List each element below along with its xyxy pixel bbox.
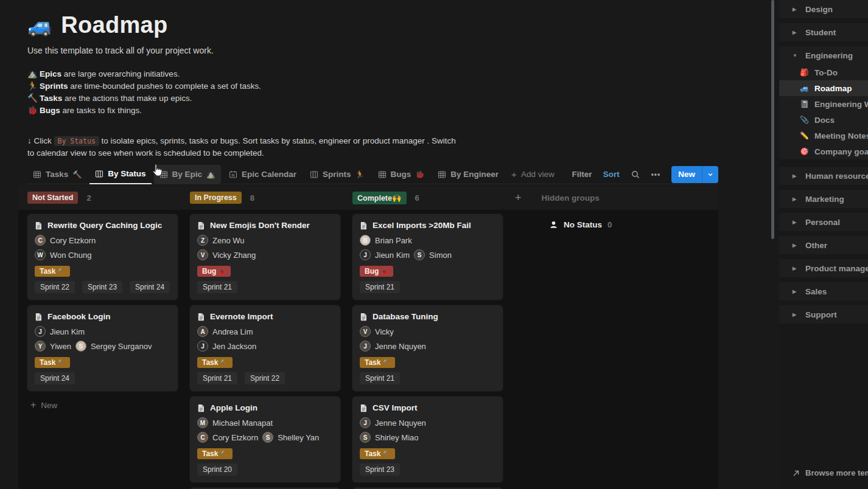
disclosure-triangle-icon[interactable]: ▶ — [793, 243, 799, 248]
sort-button[interactable]: Sort — [603, 170, 620, 179]
tag-badge-bug[interactable]: Bug🐞 — [197, 266, 231, 277]
card[interactable]: Rewrite Query Caching LogicCCory Etzkorn… — [27, 214, 178, 300]
assignee-name: Jen Jackson — [212, 342, 256, 351]
assignee-name: Zeno Wu — [212, 236, 245, 245]
tag-row: Task🔨 — [197, 448, 333, 459]
new-button-label[interactable]: New — [671, 170, 702, 179]
sidebar-section-engineering[interactable]: ▼Engineering — [779, 46, 868, 64]
sprint-chip[interactable]: Sprint 23 — [360, 463, 400, 476]
sprint-chip[interactable]: Sprint 23 — [82, 281, 122, 293]
card[interactable]: New Emojis Don't RenderZZeno WuVVicky Zh… — [190, 214, 340, 300]
tab-sprints[interactable]: Sprints🏃 — [304, 165, 370, 184]
add-view-button[interactable]: +Add view — [506, 169, 559, 179]
disclosure-triangle-icon[interactable]: ▶ — [793, 173, 799, 179]
card[interactable]: Apple LoginMMichael ManapatCCory Etzkorn… — [190, 397, 340, 482]
status-badge[interactable]: In Progress — [190, 192, 242, 204]
card[interactable]: CSV ImportJJenne NquyenSShirley MiaoTask… — [352, 397, 503, 482]
tag-label: Bug — [365, 267, 379, 276]
tab-by-engineer[interactable]: By Engineer — [432, 165, 504, 184]
chevron-down-icon[interactable] — [702, 172, 718, 178]
tag-badge-task[interactable]: Task🔨 — [35, 266, 70, 277]
sidebar-section-student[interactable]: ▶Student — [779, 23, 868, 41]
sprint-chip[interactable]: Sprint 22 — [35, 281, 75, 293]
sprint-chip[interactable]: Sprint 21 — [360, 281, 400, 293]
disclosure-triangle-icon[interactable]: ▼ — [793, 53, 799, 58]
sidebar-item-roadmap[interactable]: 🚙Roadmap — [779, 80, 868, 96]
sidebar-section-other[interactable]: ▶Other — [779, 236, 868, 254]
disclosure-triangle-icon[interactable]: ▶ — [793, 266, 799, 271]
tab-bugs[interactable]: Bugs🐞 — [373, 165, 430, 184]
status-badge[interactable]: Complete🙌 — [352, 192, 407, 204]
page-icon — [360, 221, 368, 230]
tag-badge-task[interactable]: Task🔨 — [197, 357, 233, 368]
tag-badge-task[interactable]: Task🔨 — [360, 357, 395, 368]
status-badge[interactable]: Not Started — [27, 192, 78, 204]
disclosure-triangle-icon[interactable]: ▶ — [793, 7, 799, 12]
hidden-groups-label: Hidden groups — [542, 193, 600, 203]
tag-badge-task[interactable]: Task🔨 — [35, 357, 70, 368]
instruction-pre: ↓ Click — [27, 136, 54, 145]
disclosure-triangle-icon[interactable]: ▶ — [793, 220, 799, 225]
sprint-chip[interactable]: Sprint 20 — [197, 463, 237, 476]
new-button[interactable]: New — [671, 166, 718, 183]
sidebar-section-personal[interactable]: ▶Personal — [779, 213, 868, 231]
sidebar-section-label: Engineering — [805, 51, 853, 60]
card-title-row: Evernote Import — [197, 312, 333, 321]
search-icon[interactable] — [631, 170, 640, 179]
tag-emoji-icon: 🔨 — [220, 451, 227, 457]
sprint-chip[interactable]: Sprint 22 — [245, 372, 285, 384]
sidebar-section-product-management[interactable]: ▶Product management — [779, 259, 868, 277]
avatar: V — [197, 249, 208, 260]
sidebar-item-company-goals[interactable]: 🎯Company goals — [779, 144, 868, 159]
card[interactable]: Evernote ImportAAndrea LimJJen JacksonTa… — [190, 305, 340, 391]
page-icon — [35, 313, 43, 321]
view-tab-bar: Tasks🔨By StatusBy Epic⛰️31Epic CalendarS… — [27, 165, 718, 184]
sidebar-item-label: Roadmap — [814, 84, 852, 93]
hidden-group-no-status[interactable]: No Status0 — [549, 220, 718, 229]
tab-tasks[interactable]: Tasks🔨 — [27, 165, 87, 184]
sidebar-section-design[interactable]: ▶Design — [779, 0, 868, 18]
tab-by-epic[interactable]: By Epic⛰️ — [154, 165, 222, 184]
disclosure-triangle-icon[interactable]: ▶ — [793, 289, 799, 294]
sprint-chip[interactable]: Sprint 21 — [197, 281, 237, 293]
hidden-group-count: 0 — [607, 220, 612, 229]
sidebar-item-engineering-wiki[interactable]: 📓Engineering Wiki — [779, 96, 868, 112]
definition-text: are the actions that make up epics. — [62, 94, 192, 103]
disclosure-triangle-icon[interactable]: ▶ — [793, 30, 799, 35]
sidebar-section-human-resources[interactable]: ▶Human resources — [779, 167, 868, 185]
tag-badge-task[interactable]: Task🔨 — [197, 448, 233, 459]
sidebar-item-to-do[interactable]: 🎒To-Do — [779, 64, 868, 80]
sprint-chip[interactable]: Sprint 21 — [360, 372, 400, 384]
card-title: Rewrite Query Caching Logic — [47, 221, 162, 230]
roadmap-app: 🚙 Roadmap Use this template to track all… — [0, 0, 868, 489]
card[interactable]: Facebook LoginJJieun KimYYiwenSSergey Su… — [27, 305, 178, 391]
sprint-chip[interactable]: Sprint 24 — [130, 281, 170, 293]
card[interactable]: Excel Imports >20Mb FailBBrian ParkJJieu… — [352, 214, 503, 300]
disclosure-triangle-icon[interactable]: ▶ — [793, 196, 799, 202]
browse-more-templates-button[interactable]: Browse more templates — [793, 468, 868, 477]
sprint-chip[interactable]: Sprint 21 — [197, 372, 237, 384]
sidebar-item-meeting-notes[interactable]: ✏️Meeting Notes — [779, 128, 868, 144]
assignee: SShirley Miao — [360, 432, 419, 443]
tag-badge-task[interactable]: Task🔨 — [360, 448, 395, 459]
company-goals-emoji-icon: 🎯 — [800, 147, 809, 156]
sidebar-item-docs[interactable]: 📎Docs — [779, 112, 868, 128]
tab-epic-calendar[interactable]: 31Epic Calendar — [223, 165, 302, 184]
sidebar-section-sales[interactable]: ▶Sales — [779, 282, 868, 300]
more-options-button[interactable]: ••• — [651, 170, 661, 179]
card-title-row: CSV Import — [360, 403, 495, 412]
tab-by-status[interactable]: By Status — [89, 165, 151, 184]
assignee: WWon Chung — [35, 249, 91, 260]
add-group-button[interactable]: + — [515, 192, 522, 204]
sidebar-section-support[interactable]: ▶Support — [779, 305, 868, 324]
vertical-scrollbar[interactable] — [771, 0, 774, 239]
sidebar-section-marketing[interactable]: ▶Marketing — [779, 190, 868, 208]
filter-button[interactable]: Filter — [572, 170, 592, 179]
new-card-button[interactable]: +New — [30, 400, 178, 411]
tag-badge-bug[interactable]: Bug🐞 — [360, 266, 393, 277]
card[interactable]: Database TuningVVickyJJenne NquyenTask🔨S… — [352, 305, 503, 391]
sprints-row: Sprint 20 — [197, 463, 333, 476]
tag-emoji-icon: 🔨 — [57, 359, 65, 366]
disclosure-triangle-icon[interactable]: ▶ — [793, 312, 799, 317]
sprint-chip[interactable]: Sprint 24 — [35, 372, 75, 384]
